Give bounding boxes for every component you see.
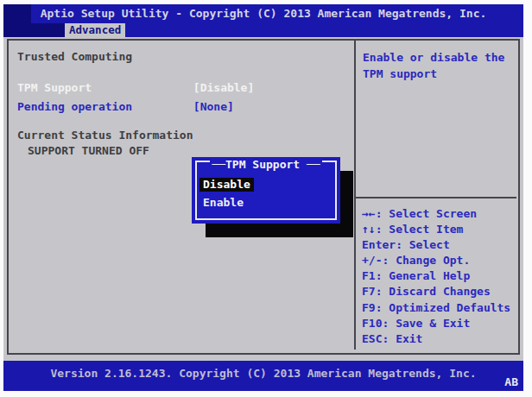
tpm-support-popup: TPM Support Disable Enable bbox=[192, 157, 340, 224]
key-legend-item: Enter: Select bbox=[362, 237, 510, 253]
section-title: Trusted Computing bbox=[17, 50, 132, 63]
setting-value: [None] bbox=[193, 100, 234, 113]
status-bar: Version 2.16.1243. Copyright (C) 2013 Am… bbox=[3, 361, 523, 391]
panel-divider-vertical bbox=[354, 41, 356, 350]
bios-screen: Aptio Setup Utility - Copyright (C) 2013… bbox=[3, 4, 523, 391]
title-bar: Aptio Setup Utility - Copyright (C) 2013… bbox=[3, 4, 523, 37]
key-legend-item: F9: Optimized Defaults bbox=[362, 300, 510, 316]
help-divider-horizontal bbox=[356, 197, 516, 198]
corner-label: AB bbox=[504, 375, 518, 388]
popup-option-disable[interactable]: Disable bbox=[200, 178, 254, 192]
menubar-dark-patch bbox=[3, 23, 65, 37]
status-value: SUPPORT TURNED OFF bbox=[28, 144, 149, 157]
popup-title: TPM Support bbox=[192, 158, 340, 171]
setting-label: TPM Support bbox=[17, 81, 187, 94]
setting-label: Pending operation bbox=[17, 100, 187, 113]
tab-advanced[interactable]: Advanced bbox=[65, 23, 125, 37]
setting-row-pending-operation[interactable]: Pending operation [None] bbox=[17, 100, 234, 114]
app-title: Aptio Setup Utility - Copyright (C) 2013… bbox=[3, 7, 523, 20]
popup-option-enable[interactable]: Enable bbox=[203, 196, 244, 210]
key-legend-item: +/-: Change Opt. bbox=[362, 253, 510, 268]
key-legend-item: ↑↓: Select Item bbox=[362, 222, 510, 237]
setting-row-tpm-support[interactable]: TPM Support [Disable] bbox=[17, 81, 254, 95]
key-legend-item: →←: Select Screen bbox=[362, 206, 510, 222]
key-legend-item: F10: Save & Exit bbox=[362, 316, 510, 331]
status-heading: Current Status Information bbox=[17, 129, 193, 142]
key-legend: →←: Select Screen ↑↓: Select Item Enter:… bbox=[362, 206, 510, 347]
version-text: Version 2.16.1243. Copyright (C) 2013 Am… bbox=[3, 367, 523, 380]
key-legend-item: F7: Discard Changes bbox=[362, 284, 510, 299]
key-legend-item: F1: General Help bbox=[362, 268, 510, 284]
setting-value: [Disable] bbox=[193, 81, 254, 94]
help-description: Enable or disable the TPM support bbox=[363, 49, 513, 82]
key-legend-item: ESC: Exit bbox=[362, 331, 510, 347]
